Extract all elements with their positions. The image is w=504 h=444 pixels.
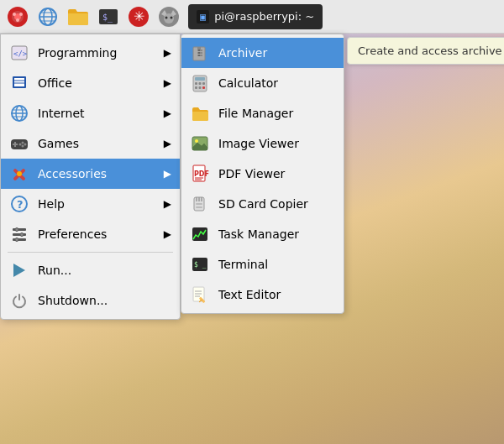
accessories-arrow: ▶: [164, 168, 171, 180]
internet-label: Internet: [38, 107, 171, 120]
archiver-label: Archiver: [218, 46, 335, 60]
sub-item-image-viewer[interactable]: Image Viewer: [181, 128, 344, 159]
menu-separator: [8, 252, 173, 253]
globe-icon[interactable]: [34, 3, 62, 31]
sub-item-file-manager[interactable]: File Manager: [181, 98, 344, 128]
run-label: Run...: [38, 264, 171, 277]
menu-item-office[interactable]: Office ▶: [1, 68, 180, 98]
menu-item-help[interactable]: ? Help ▶: [1, 189, 180, 219]
task-manager-icon: [190, 224, 210, 244]
help-arrow: ▶: [164, 198, 171, 210]
calculator-icon: [190, 73, 210, 93]
run-icon: [9, 260, 29, 280]
svg-rect-79: [196, 203, 202, 205]
svg-text:</>: </>: [13, 50, 28, 58]
terminal-window-button[interactable]: ▣ pi@raspberrypi: ~: [188, 4, 323, 29]
games-icon: [9, 133, 29, 154]
sub-item-terminal[interactable]: $ _ Terminal: [181, 249, 344, 279]
sub-item-pdf-viewer[interactable]: PDF PDF Viewer: [181, 159, 344, 189]
svg-rect-44: [13, 228, 26, 231]
sub-item-task-manager[interactable]: Task Manager: [181, 219, 344, 249]
pdf-viewer-label: PDF Viewer: [218, 167, 335, 180]
menu-item-internet[interactable]: Internet ▶: [1, 98, 180, 128]
svg-rect-56: [198, 50, 200, 51]
menu-item-preferences[interactable]: Preferences ▶: [1, 219, 180, 249]
svg-point-35: [22, 142, 24, 144]
office-arrow: ▶: [164, 77, 171, 89]
menu-item-games[interactable]: Games ▶: [1, 128, 180, 159]
sub-item-archiver[interactable]: Archiver: [181, 38, 344, 68]
svg-rect-57: [198, 52, 200, 54]
calculator-label: Calculator: [218, 76, 335, 90]
tooltip-text: Create and access archive files: [358, 44, 504, 57]
menu-item-accessories[interactable]: Accessories ▶: [1, 159, 180, 189]
folder-icon[interactable]: [64, 3, 92, 31]
svg-rect-45: [13, 233, 26, 236]
raspberry-icon[interactable]: [3, 3, 32, 31]
shutdown-label: Shutdown...: [38, 294, 171, 307]
accessories-submenu: Archiver Calculator File Manager: [181, 34, 344, 314]
preferences-icon: [9, 224, 29, 244]
internet-icon: [9, 103, 29, 123]
svg-text:✳: ✳: [134, 8, 144, 24]
programming-label: Programming: [38, 46, 171, 60]
task-manager-label: Task Manager: [218, 227, 335, 241]
svg-point-68: [195, 139, 198, 143]
internet-arrow: ▶: [164, 107, 171, 119]
svg-rect-62: [199, 82, 202, 85]
svg-text:$_: $_: [102, 13, 113, 23]
asterisk-icon[interactable]: ✳: [124, 3, 153, 31]
accessories-icon: [9, 164, 29, 184]
terminal-taskbar-icon[interactable]: $_: [94, 3, 123, 31]
taskbar: $_ ✳ ▣ pi@raspberrypi: ~: [0, 0, 504, 34]
office-icon: [9, 73, 29, 93]
svg-point-37: [22, 145, 24, 148]
svg-point-38: [19, 144, 22, 146]
svg-rect-46: [13, 238, 26, 241]
terminal-label: Terminal: [218, 258, 335, 271]
menu-item-run[interactable]: Run...: [1, 255, 180, 285]
archiver-icon: [190, 43, 210, 63]
wolf-icon[interactable]: [155, 3, 183, 31]
image-viewer-label: Image Viewer: [218, 137, 335, 150]
sub-item-sd-card-copier[interactable]: SD Card Copier: [181, 189, 344, 219]
svg-point-49: [15, 238, 18, 242]
svg-rect-66: [202, 86, 205, 89]
help-label: Help: [38, 197, 171, 211]
office-label: Office: [38, 76, 171, 90]
svg-point-5: [16, 18, 19, 22]
menu-item-shutdown[interactable]: Shutdown...: [1, 285, 180, 316]
terminal-icon: $ _: [190, 254, 210, 274]
archiver-tooltip: Create and access archive files: [347, 37, 504, 65]
svg-point-47: [15, 228, 18, 232]
terminal-window-label: pi@raspberrypi: ~: [214, 10, 314, 23]
games-label: Games: [38, 137, 171, 150]
svg-rect-34: [13, 144, 18, 145]
shutdown-icon: [9, 290, 29, 311]
text-editor-label: Text Editor: [218, 288, 335, 301]
sd-card-copier-label: SD Card Copier: [218, 197, 335, 211]
help-icon: ?: [9, 194, 29, 214]
sd-card-copier-icon: [190, 194, 210, 214]
svg-marker-50: [13, 264, 25, 277]
terminal-prompt-icon: ▣: [197, 10, 209, 24]
programming-icon: </>: [9, 43, 29, 63]
text-editor-icon: [190, 285, 210, 305]
svg-rect-63: [202, 82, 205, 85]
svg-point-41: [17, 171, 22, 176]
svg-point-19: [165, 16, 168, 18]
svg-point-4: [19, 13, 23, 16]
menu-item-programming[interactable]: </> Programming ▶: [1, 38, 180, 68]
svg-point-3: [13, 13, 16, 16]
sub-item-calculator[interactable]: Calculator: [181, 68, 344, 98]
accessories-label: Accessories: [38, 167, 171, 180]
games-arrow: ▶: [164, 138, 171, 149]
file-manager-label: File Manager: [218, 107, 335, 120]
sub-item-text-editor[interactable]: Text Editor: [181, 279, 344, 310]
svg-text:$ _: $ _: [194, 261, 207, 269]
image-viewer-icon: [190, 133, 210, 154]
preferences-label: Preferences: [38, 227, 171, 241]
svg-rect-52: [197, 47, 201, 50]
svg-point-18: [164, 13, 174, 24]
svg-rect-64: [195, 86, 197, 89]
